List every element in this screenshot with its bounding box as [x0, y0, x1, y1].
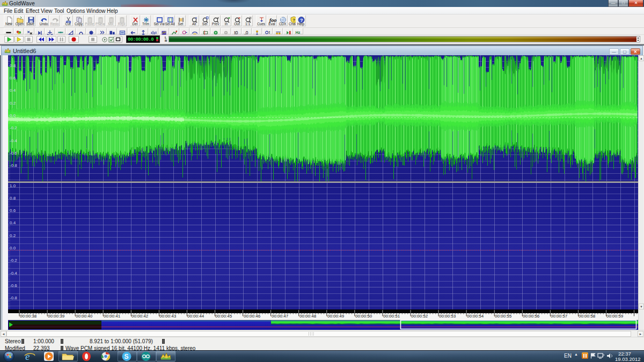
svg-text:e: e — [25, 351, 30, 361]
svg-text:S: S — [125, 353, 129, 360]
